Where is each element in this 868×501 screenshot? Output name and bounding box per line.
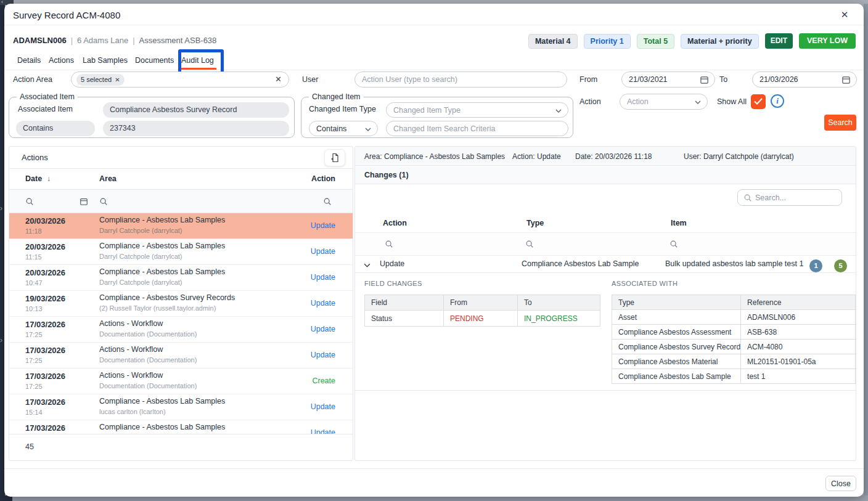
breadcrumb-asset: ADAMSLN006 bbox=[13, 36, 67, 45]
action-row[interactable]: 19/03/202610:13Compliance - Asbestos Sur… bbox=[9, 291, 353, 317]
edit-button[interactable]: EDIT bbox=[765, 33, 793, 49]
calendar-icon[interactable] bbox=[841, 75, 851, 84]
search-icon[interactable] bbox=[25, 197, 34, 206]
info-user: User: Darryl Catchpole (darrylcat) bbox=[684, 152, 794, 161]
action-row[interactable]: 17/03/202617:25Actions - WorkflowDocumen… bbox=[9, 343, 353, 369]
row-time: 17:25 bbox=[25, 331, 43, 338]
row-area: Actions - Workflow bbox=[99, 345, 163, 354]
tab-details[interactable]: Details bbox=[17, 56, 41, 65]
export-button[interactable] bbox=[324, 149, 345, 166]
column-header-action[interactable]: Action bbox=[383, 219, 407, 227]
tab-documents[interactable]: Documents bbox=[135, 56, 174, 65]
from-date-input[interactable]: 21/03/2021 bbox=[621, 71, 715, 88]
row-user: Darryl Catchpole (darrylcat) bbox=[99, 227, 182, 234]
column-header-type[interactable]: Type bbox=[526, 219, 544, 227]
search-icon bbox=[743, 193, 752, 202]
row-time: 10:47 bbox=[25, 279, 43, 287]
action-select[interactable]: Action bbox=[620, 94, 708, 110]
search-icon[interactable] bbox=[385, 240, 393, 248]
search-icon[interactable] bbox=[525, 240, 534, 248]
row-date: 17/03/2026 bbox=[25, 397, 65, 407]
row-user: Darryl Catchpole (darrylcat) bbox=[99, 279, 182, 286]
row-action-link[interactable]: Update bbox=[311, 273, 335, 282]
row-action-link[interactable]: Create bbox=[312, 377, 335, 385]
show-all-label: Show All bbox=[717, 97, 747, 106]
row-area: Compliance - Asbestos Lab Samples bbox=[99, 423, 225, 431]
action-row[interactable]: 17/03/202615:14Compliance - Asbestos Lab… bbox=[9, 394, 353, 420]
action-area-clear-icon[interactable]: ✕ bbox=[275, 75, 282, 84]
changes-search-input[interactable]: Search... bbox=[737, 189, 842, 206]
user-input[interactable]: Action User (type to search) bbox=[354, 71, 567, 88]
badge-priority: Priority 1 bbox=[584, 34, 631, 49]
row-action-link[interactable]: Update bbox=[311, 247, 335, 256]
tab-actions[interactable]: Actions bbox=[49, 56, 74, 65]
change-item: Bulk updated asbestos lab sample test 1 bbox=[665, 259, 803, 268]
to-date-input[interactable]: 21/03/2026 bbox=[752, 71, 857, 88]
column-header-item[interactable]: Item bbox=[671, 219, 687, 227]
search-icon[interactable] bbox=[323, 197, 332, 206]
actions-grid-panel: Actions Date↓ Area Action 20/03/202611:1… bbox=[9, 146, 353, 461]
action-row[interactable]: 20/03/202611:18Compliance - Asbestos Lab… bbox=[9, 213, 353, 239]
row-user: Documentation (Documentation) bbox=[99, 382, 197, 389]
action-row[interactable]: 20/03/202610:47Compliance - Asbestos Lab… bbox=[9, 265, 353, 291]
column-header-date[interactable]: Date↓ bbox=[25, 174, 51, 183]
risk-button[interactable]: VERY LOW bbox=[799, 33, 856, 49]
row-action-link[interactable]: Update bbox=[311, 299, 335, 308]
from-label: From bbox=[579, 75, 597, 84]
record-count: 45 bbox=[25, 442, 34, 451]
detail-info-bar: Area: Compliance - Asbestos Lab SamplesA… bbox=[355, 147, 856, 166]
row-time: 15:14 bbox=[25, 409, 43, 416]
row-action-link[interactable]: Update bbox=[311, 351, 335, 359]
fc-col-field: Field bbox=[365, 295, 444, 311]
close-icon[interactable]: ✕ bbox=[839, 9, 850, 20]
changes-grid-header: Action Type Item bbox=[355, 213, 856, 233]
action-row[interactable]: 17/03/202617:25Actions - WorkflowDocumen… bbox=[9, 317, 353, 343]
changed-item-operator-select[interactable]: Contains bbox=[309, 121, 378, 136]
action-row[interactable]: 20/03/202611:15Compliance - Asbestos Lab… bbox=[9, 239, 353, 265]
associated-item-value[interactable]: Compliance Asbestos Survey Record bbox=[103, 102, 289, 118]
changed-item-criteria-input[interactable]: Changed Item Search Criteria bbox=[386, 121, 568, 136]
row-area: Actions - Workflow bbox=[99, 319, 163, 328]
tab-lab-samples[interactable]: Lab Samples bbox=[83, 56, 128, 65]
row-date: 20/03/2026 bbox=[25, 242, 65, 251]
calendar-icon[interactable] bbox=[80, 197, 88, 206]
column-header-area[interactable]: Area bbox=[99, 174, 117, 183]
row-area: Compliance - Asbestos Lab Samples bbox=[99, 267, 225, 276]
aw-row: Compliance Asbestos Survey RecordACM-408… bbox=[612, 340, 856, 354]
row-action-link[interactable]: Update bbox=[311, 428, 335, 434]
calendar-icon[interactable] bbox=[700, 75, 709, 84]
info-area: Area: Compliance - Asbestos Lab Samples bbox=[364, 152, 505, 161]
changes-grid-filter-row bbox=[355, 233, 856, 256]
changes-title: Changes (1) bbox=[364, 171, 409, 179]
associated-item-legend: Associated Item bbox=[17, 92, 78, 101]
row-area: Compliance - Asbestos Lab Samples bbox=[99, 397, 225, 405]
tabs-divider bbox=[4, 70, 864, 70]
column-header-action[interactable]: Action bbox=[311, 174, 335, 183]
search-button[interactable]: Search bbox=[824, 115, 856, 131]
change-row[interactable]: Update Compliance Asbestos Lab Sample Bu… bbox=[355, 256, 856, 273]
associated-item-operator[interactable]: Contains bbox=[16, 121, 95, 136]
fc-col-from: From bbox=[444, 295, 518, 311]
footer-divider bbox=[4, 468, 864, 469]
dialog-title: Survey Record ACM-4080 bbox=[13, 10, 120, 20]
close-button[interactable]: Close bbox=[825, 476, 856, 491]
chip-remove-icon[interactable]: ✕ bbox=[115, 76, 120, 83]
row-action-link[interactable]: Update bbox=[311, 325, 335, 333]
search-icon[interactable] bbox=[99, 197, 108, 206]
action-area-chip[interactable]: 5 selected✕ bbox=[76, 74, 125, 86]
badge-material-priority: Material + priority bbox=[681, 34, 759, 49]
info-icon[interactable]: i bbox=[771, 94, 784, 108]
associated-item-criteria[interactable]: 237343 bbox=[103, 121, 289, 136]
search-icon[interactable] bbox=[669, 240, 678, 248]
changed-item-group: Changed Item Changed Item Type Changed I… bbox=[301, 92, 573, 138]
action-area-multiselect[interactable]: 5 selected✕ ✕ bbox=[71, 71, 289, 88]
changes-toolbar: Search... bbox=[355, 184, 856, 213]
row-action-link[interactable]: Update bbox=[311, 221, 335, 230]
action-row[interactable]: 17/03/2026Compliance - Asbestos Lab Samp… bbox=[9, 420, 353, 434]
collapse-chevron-icon[interactable] bbox=[364, 261, 371, 269]
row-action-link[interactable]: Update bbox=[311, 402, 335, 411]
show-all-checkbox[interactable] bbox=[751, 94, 766, 109]
row-date: 17/03/2026 bbox=[25, 346, 65, 355]
changed-item-type-select[interactable]: Changed Item Type bbox=[386, 102, 568, 118]
action-row[interactable]: 17/03/202617:25Actions - WorkflowDocumen… bbox=[9, 369, 353, 394]
